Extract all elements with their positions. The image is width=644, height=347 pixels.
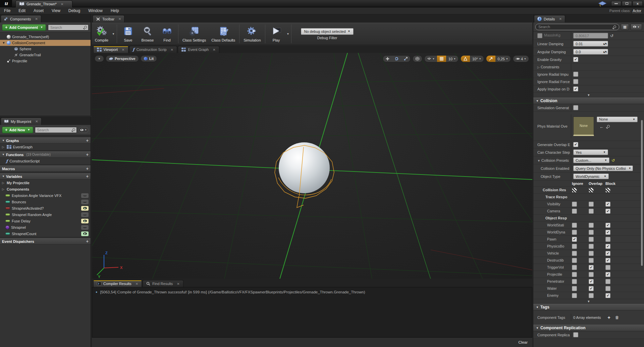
checkbox[interactable]	[589, 237, 594, 242]
checkbox-checked[interactable]	[605, 272, 610, 277]
checkbox-checked[interactable]	[605, 230, 610, 235]
checkbox-checked[interactable]	[605, 251, 610, 256]
asset-tab[interactable]: Grenade_Thrown* ✕	[15, 0, 72, 7]
reset-icon[interactable]: ↺	[611, 158, 615, 163]
checkbox[interactable]	[589, 258, 594, 263]
checkbox-checked[interactable]	[589, 286, 594, 291]
variable-bounces[interactable]: Bounces	[0, 199, 91, 205]
class-defaults-button[interactable]: Class Defaults	[209, 23, 238, 45]
scale-tool-button[interactable]	[401, 55, 410, 62]
checkbox-checked[interactable]	[589, 265, 594, 270]
play-button[interactable]: Play	[267, 23, 286, 45]
property-matrix-button[interactable]: ▦	[621, 24, 629, 30]
compile-button[interactable]: Compile	[92, 23, 111, 45]
component-replication-section-header[interactable]: ▼Component Replication	[533, 325, 644, 331]
component-tree-item-grenade-thrown-self-[interactable]: Grenade_Thrown(self)	[0, 34, 91, 40]
constructionscript-item[interactable]: ƒ ConstructionScript	[0, 158, 91, 164]
override-checkbox[interactable]	[537, 33, 542, 38]
tab-event-graph[interactable]: Event Graph✕	[178, 46, 219, 53]
visibility-filter-button[interactable]: ▼	[78, 127, 89, 133]
rotation-snap-toggle[interactable]	[461, 55, 470, 62]
variable-shrapnelcount[interactable]: ShrapnelCount	[0, 230, 91, 237]
tab-close-icon[interactable]: ✕	[177, 282, 179, 286]
my-blueprint-search-input[interactable]	[35, 127, 76, 133]
checkbox[interactable]	[589, 293, 594, 298]
tab-close-icon[interactable]: ✕	[122, 48, 124, 52]
tab-toolbar[interactable]: Toolbar ✕	[93, 15, 124, 22]
tags-section-header[interactable]: ▼Tags	[533, 304, 644, 310]
angular-damping-field[interactable]: 0.0◣◥	[573, 49, 608, 55]
component-tree-item-grenadetrail[interactable]: GrenadeTrail	[0, 52, 91, 58]
eye-open-icon[interactable]	[81, 206, 89, 211]
tab-components[interactable]: Components ✕	[1, 15, 41, 22]
simulation-button[interactable]: Simulation	[241, 23, 263, 45]
variable-explosion-angle-variance-vfx[interactable]: Explosion Angle Variance VFX	[0, 192, 91, 199]
macros-section-header[interactable]: Macros +	[0, 165, 91, 172]
add-component-button[interactable]: + Add Component ▼	[2, 24, 46, 31]
add-event-dispatcher-icon[interactable]: +	[86, 239, 89, 244]
variable-group-my-projectile[interactable]: ▷ My Projectile	[0, 180, 91, 186]
checkbox[interactable]	[589, 223, 594, 228]
eye-open-icon[interactable]	[81, 219, 89, 223]
tab-find-results[interactable]: Find Results✕	[143, 280, 183, 287]
checkbox[interactable]	[572, 223, 577, 228]
menu-asset[interactable]: Asset	[30, 7, 48, 14]
checkbox-checked[interactable]	[605, 244, 610, 249]
perspective-button[interactable]: Perspective	[106, 55, 139, 62]
details-scrollbar[interactable]	[641, 120, 643, 266]
tab-my-blueprint-close-icon[interactable]: ✕	[35, 120, 38, 123]
checkbox-checked[interactable]	[605, 258, 610, 263]
reset-icon[interactable]: ↺	[610, 33, 613, 38]
checkbox[interactable]	[572, 209, 577, 214]
tristate-checkbox[interactable]	[572, 188, 577, 193]
add-function-icon[interactable]: +	[86, 152, 89, 157]
asset-tab-close-icon[interactable]: ✕	[61, 2, 63, 6]
checkbox[interactable]	[589, 230, 594, 235]
coordinate-space-button[interactable]	[413, 55, 422, 62]
checkbox-checked[interactable]	[605, 293, 610, 298]
tab-my-blueprint[interactable]: My Blueprint ✕	[1, 118, 42, 125]
checkbox[interactable]	[589, 209, 594, 214]
checkbox-checked[interactable]	[605, 223, 610, 228]
variable-shrapnel[interactable]: Shrapnel	[0, 224, 91, 230]
clear-button[interactable]: Clear	[519, 340, 528, 344]
scale-snap-toggle[interactable]	[486, 55, 495, 62]
add-macro-icon[interactable]: +	[86, 166, 89, 171]
graphs-section-header[interactable]: ▼ Graphs +	[0, 137, 91, 144]
linear-damping-field[interactable]: 0.01◣◥	[573, 41, 608, 47]
drag-multiplier-icon[interactable]: ◣◥	[603, 43, 606, 45]
use-selected-icon[interactable]: ←	[599, 124, 604, 129]
expand-more-button[interactable]: ▼	[533, 93, 644, 97]
add-variable-icon[interactable]: +	[86, 174, 89, 179]
checkbox[interactable]	[605, 279, 610, 284]
add-element-icon[interactable]: +	[608, 315, 610, 320]
debug-object-dropdown[interactable]: No debug object selected▼	[301, 28, 353, 35]
phys-material-dropdown[interactable]: None▼	[597, 117, 638, 122]
minimize-button[interactable]	[611, 1, 621, 6]
tab-construction-scrip[interactable]: ƒConstruction Scrip✕	[129, 46, 177, 53]
checkbox[interactable]	[573, 105, 578, 110]
menu-help[interactable]: Help	[107, 7, 123, 14]
checkbox[interactable]	[572, 258, 577, 263]
checkbox[interactable]	[573, 332, 578, 337]
checkbox[interactable]	[572, 202, 577, 207]
checkbox-checked[interactable]	[605, 202, 610, 207]
collision-enabled-dropdown[interactable]: Query Only (No Physics Collisi▼	[573, 165, 633, 171]
checkbox[interactable]	[572, 293, 577, 298]
add-graph-icon[interactable]: +	[86, 138, 89, 143]
parent-class-value[interactable]: Actor	[633, 9, 641, 13]
eventgraph-item[interactable]: ▷ EventGraph	[0, 144, 91, 150]
checkbox[interactable]	[572, 230, 577, 235]
checkbox[interactable]	[572, 265, 577, 270]
menu-file[interactable]: File	[0, 7, 14, 14]
component-tree-item-sphere[interactable]: Sphere	[0, 46, 91, 52]
checkbox-checked[interactable]	[573, 142, 578, 147]
checkbox[interactable]	[572, 279, 577, 284]
tab-details-close-icon[interactable]: ✕	[559, 17, 562, 21]
object-type-dropdown[interactable]: WorldDynamic▼	[573, 174, 609, 179]
surface-snapping-button[interactable]: ▼	[425, 55, 437, 62]
expand-icon[interactable]: ▷	[2, 181, 5, 185]
checkbox[interactable]	[605, 286, 610, 291]
menu-debug[interactable]: Debug	[64, 7, 84, 14]
checkbox[interactable]	[589, 244, 594, 249]
